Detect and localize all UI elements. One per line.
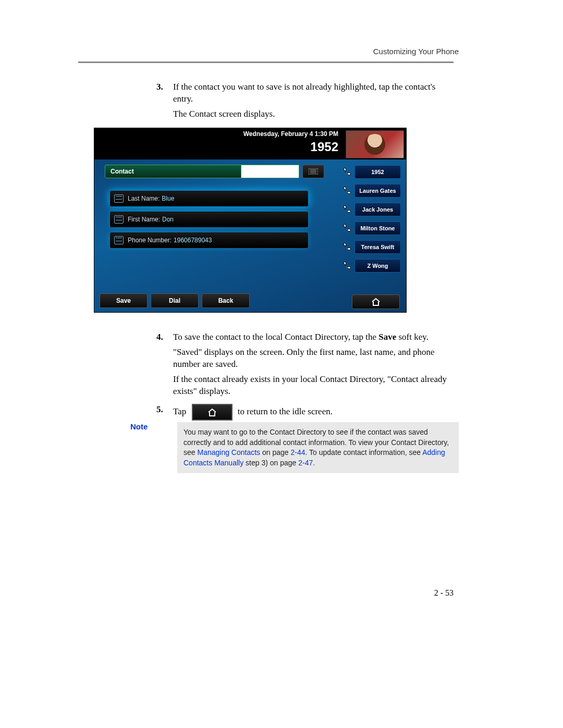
- phone-title: Contact: [105, 165, 241, 178]
- content-top: 3. If the contact you want to save is no…: [156, 78, 454, 127]
- contact-card-icon: [114, 215, 124, 224]
- content-bottom: 4. To save the contact to the local Cont…: [156, 328, 454, 427]
- note-page-247[interactable]: 2-47: [298, 459, 313, 467]
- step-3-line1: If the contact you want to save is not a…: [173, 81, 454, 105]
- sideitem-0-label: 1952: [354, 165, 401, 179]
- sideitem-5[interactable]: Z Wong: [341, 258, 401, 273]
- step-4-line3: If the contact already exists in your lo…: [173, 374, 454, 398]
- step-5-after: to return to the idle screen.: [238, 406, 333, 416]
- note-block: Note You may want to go to the Contact D…: [130, 422, 459, 473]
- field-lastname-label: Last Name:: [128, 195, 160, 202]
- phone-datetime: Wednesday, February 4 1:30 PM: [243, 130, 338, 138]
- home-icon: [371, 298, 381, 306]
- phone-handset-icon: [341, 241, 352, 253]
- step-5-before: Tap: [173, 406, 186, 416]
- phone-search-input[interactable]: [241, 165, 299, 178]
- note-label: Note: [130, 422, 167, 431]
- phone-handset-icon: [341, 185, 352, 196]
- sideitem-4[interactable]: Teresa Swift: [341, 240, 401, 254]
- note-t3: . To update contact information, see: [305, 448, 423, 456]
- note-t4: step 3) on page: [243, 459, 298, 467]
- note-t5: .: [313, 459, 315, 467]
- phone-avatar: [346, 130, 404, 158]
- keyboard-icon[interactable]: [302, 165, 324, 178]
- note-t2: on page: [260, 448, 290, 456]
- contact-card-icon: [114, 194, 124, 203]
- sideitem-4-label: Teresa Swift: [354, 240, 401, 254]
- step-4-line1a: To save the contact to the local Contact…: [173, 332, 378, 342]
- step-5: 5. Tap to return to the idle screen.: [156, 404, 454, 421]
- field-lastname[interactable]: Last Name: Blue: [110, 191, 308, 206]
- sideitem-3[interactable]: Milton Stone: [341, 221, 401, 236]
- softkey-save[interactable]: Save: [100, 293, 148, 308]
- contact-card-icon: [114, 236, 124, 244]
- home-icon: [207, 408, 217, 416]
- header-rule: [78, 61, 454, 63]
- step-3: 3. If the contact you want to save is no…: [156, 81, 454, 120]
- phone-handset-icon: [341, 223, 352, 234]
- phone-screen: Wednesday, February 4 1:30 PM 1952 Conta…: [94, 128, 407, 313]
- phone-handset-icon: [341, 166, 352, 178]
- page: Customizing Your Phone 3. If the contact…: [0, 0, 563, 728]
- home-button-inline: [192, 404, 232, 421]
- header-section-title: Customizing Your Phone: [373, 47, 459, 56]
- step-3-line2: The Contact screen displays.: [173, 108, 454, 120]
- sideitem-2[interactable]: Jack Jones: [341, 202, 401, 217]
- phone-handset-icon: [341, 260, 352, 272]
- phone-screenshot: Wednesday, February 4 1:30 PM 1952 Conta…: [94, 128, 407, 313]
- sideitem-1[interactable]: Lauren Gates: [341, 183, 401, 198]
- field-lastname-value: Blue: [162, 195, 174, 202]
- field-firstname-label: First Name:: [128, 216, 160, 223]
- step-4-save-word: Save: [378, 332, 396, 342]
- sideitem-1-label: Lauren Gates: [354, 184, 401, 198]
- phone-extension: 1952: [311, 140, 338, 154]
- step-4-line1c: soft key.: [396, 332, 429, 342]
- field-firstname[interactable]: First Name: Don: [110, 212, 308, 227]
- softkey-dial[interactable]: Dial: [151, 293, 199, 308]
- note-link-managing-contacts[interactable]: Managing Contacts: [197, 448, 260, 456]
- field-phone-label: Phone Number:: [128, 237, 172, 244]
- field-firstname-value: Don: [162, 216, 174, 223]
- sideitem-5-label: Z Wong: [354, 259, 401, 273]
- phone-handset-icon: [341, 204, 352, 215]
- softkey-home[interactable]: [352, 294, 400, 309]
- step-4: 4. To save the contact to the local Cont…: [156, 331, 454, 398]
- softkey-back[interactable]: Back: [202, 293, 250, 308]
- step-4-line1: To save the contact to the local Contact…: [173, 331, 454, 343]
- sideitem-2-label: Jack Jones: [354, 203, 401, 216]
- step-5-line: Tap to return to the idle screen.: [173, 404, 454, 421]
- phone-sidelist: 1952 Lauren Gates Jack Jones Milton Ston…: [341, 165, 401, 273]
- phone-topbar: Wednesday, February 4 1:30 PM 1952: [94, 128, 406, 159]
- sideitem-0[interactable]: 1952: [341, 165, 401, 179]
- step-5-number: 5.: [156, 404, 163, 416]
- sideitem-3-label: Milton Stone: [354, 221, 401, 235]
- field-phone-value: 19606789043: [174, 237, 212, 244]
- page-number: 2 - 53: [434, 588, 454, 598]
- note-page-244[interactable]: 2-44: [291, 448, 305, 456]
- step-4-line2: "Saved" displays on the screen. Only the…: [173, 347, 454, 371]
- phone-title-row: Contact: [105, 165, 324, 178]
- step-4-number: 4.: [156, 331, 163, 343]
- step-3-number: 3.: [156, 81, 163, 93]
- field-phone[interactable]: Phone Number: 19606789043: [110, 232, 308, 248]
- note-body: You may want to go to the Contact Direct…: [177, 422, 459, 473]
